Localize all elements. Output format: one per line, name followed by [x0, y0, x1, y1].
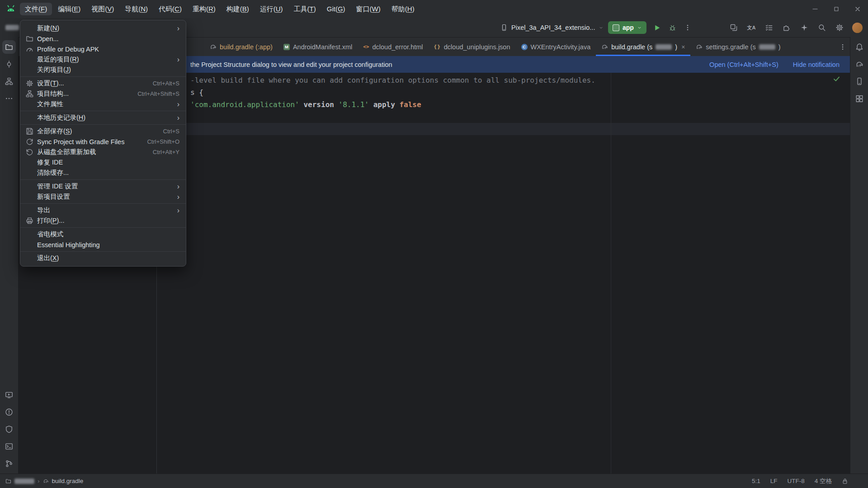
code-line: -level build file where you can add conf…	[190, 74, 595, 86]
tool-stripe-app-quality-insights-button[interactable]	[0, 421, 18, 438]
debug-button[interactable]	[665, 20, 679, 35]
menu-item-icon-slot	[26, 159, 33, 166]
status-indent[interactable]: 4 空格	[815, 477, 832, 485]
tab-androidmanifest-xml[interactable]: MAndroidManifest.xml	[278, 38, 358, 56]
translate-button[interactable]: 文A	[744, 20, 759, 35]
menu-item-manage-ide-settings[interactable]: 管理 IDE 设置›	[20, 181, 186, 192]
tab-label: WXEntryActivity.java	[531, 43, 591, 51]
device-selector[interactable]: Pixel_3a_API_34_extensio...	[496, 21, 608, 34]
tool-stripe-version-control-button[interactable]	[0, 455, 18, 472]
tool-stripe-more-tool-windows-button[interactable]	[0, 90, 18, 107]
tool-stripe-problems-button[interactable]	[0, 404, 18, 421]
tool-stripe-terminal-button[interactable]	[0, 438, 18, 455]
menubar-item-tools[interactable]: 工具(T)	[289, 3, 321, 15]
menubar-item-code[interactable]: 代码(C)	[154, 3, 187, 15]
close-button[interactable]	[847, 0, 868, 18]
menubar-item-edit[interactable]: 编辑(E)	[53, 3, 85, 15]
menu-item-save-all[interactable]: 全部保存(S)Ctrl+S	[20, 126, 186, 136]
menu-item-open[interactable]: Open...	[20, 33, 186, 44]
tab-settings-gradle[interactable]: settings.gradle (s)	[690, 38, 786, 56]
todo-list-button[interactable]	[762, 20, 776, 35]
tool-stripe-commit-button[interactable]	[0, 56, 18, 73]
tab-options-icon[interactable]	[835, 38, 850, 56]
profile-avatar-button[interactable]	[850, 20, 864, 35]
menu-separator	[20, 227, 186, 228]
notifications-icon	[855, 43, 863, 51]
menu-item-exit[interactable]: 退出(X)	[20, 253, 186, 263]
tab-label: settings.gradle (s	[706, 43, 755, 51]
inspections-ok-icon[interactable]	[833, 75, 840, 83]
tab-build-gradle-root[interactable]: build.gradle (s)×	[596, 38, 690, 56]
menu-item-project-structure[interactable]: 项目结构...Ctrl+Alt+Shift+S	[20, 89, 186, 99]
more-actions-button[interactable]	[680, 20, 695, 35]
menu-item-icon-slot	[26, 254, 33, 262]
menubar-item-run[interactable]: 运行(U)	[255, 3, 288, 15]
menu-item-new-project-setup[interactable]: 新项目设置›	[20, 192, 186, 202]
breadcrumb-file[interactable]: build.gradle	[52, 478, 84, 484]
settings-icon	[835, 23, 844, 32]
tool-stripe-gradle-button[interactable]	[851, 56, 868, 73]
user-avatar	[852, 23, 863, 33]
menu-item-export[interactable]: 导出›	[20, 205, 186, 216]
menu-item-label: 设置(T)...	[37, 79, 147, 88]
minimize-button[interactable]	[804, 0, 826, 18]
tab-build-gradle-app[interactable]: build.gradle (:app)	[204, 38, 278, 56]
tool-stripe-running-devices-button[interactable]	[0, 386, 18, 404]
app-quality-insights-icon	[5, 425, 13, 433]
menubar-item-view[interactable]: 视图(V)	[86, 3, 119, 15]
editor[interactable]: -level build file where you can add conf…	[157, 73, 850, 474]
menu-item-icon-slot	[26, 24, 33, 32]
menu-item-reload-from-disk[interactable]: 从磁盘全部重新加载Ctrl+Alt+Y	[20, 147, 186, 157]
menubar-item-window[interactable]: 窗口(W)	[351, 3, 386, 15]
menu-item-print[interactable]: 打印(P)...	[20, 216, 186, 226]
code-line: 'com.android.application' version '8.1.1…	[190, 99, 595, 111]
project-name-redacted	[5, 25, 19, 30]
status-caret-position[interactable]: 5:1	[752, 478, 760, 484]
right-tool-window-stripe	[850, 37, 868, 474]
menu-item-invalidate-caches[interactable]: 清除缓存...	[20, 168, 186, 178]
menu-item-close-project[interactable]: 关闭项目(J)	[20, 65, 186, 75]
run-configuration-chip[interactable]: app	[608, 21, 646, 34]
hide-notification-link[interactable]: Hide notification	[793, 61, 840, 68]
menu-item-sync-gradle[interactable]: Sync Project with Gradle FilesCtrl+Shift…	[20, 136, 186, 147]
layout-inspector-button[interactable]	[726, 20, 741, 35]
menu-item-local-history[interactable]: 本地历史记录(H)›	[20, 113, 186, 123]
menu-item-new[interactable]: 新建(N)›	[20, 23, 186, 33]
tool-stripe-notifications-button[interactable]	[851, 38, 868, 56]
menu-item-settings[interactable]: 设置(T)...Ctrl+Alt+S	[20, 78, 186, 89]
tool-stripe-device-manager-button[interactable]	[851, 73, 868, 90]
tab-dcloud-error-html[interactable]: <>dcloud_error.html	[358, 38, 428, 56]
status-encoding[interactable]: UTF-8	[787, 478, 804, 484]
translate-icon: 文A	[747, 24, 756, 31]
html-file-icon: <>	[363, 44, 369, 50]
read-only-lock-icon[interactable]	[842, 478, 848, 484]
sync-icon	[26, 138, 33, 145]
menubar-item-file[interactable]: 文件(F)	[20, 3, 52, 15]
tab-dcloud-uniplugins-json[interactable]: {}dcloud_uniplugins.json	[429, 38, 516, 56]
close-tab-icon[interactable]: ×	[681, 43, 685, 51]
maximize-button[interactable]	[826, 0, 847, 18]
menu-item-profile-debug-apk[interactable]: Profile or Debug APK	[20, 44, 186, 54]
menubar-item-refactor[interactable]: 重构(R)	[188, 3, 221, 15]
search-everywhere-button[interactable]	[815, 20, 829, 35]
menubar-item-navigate[interactable]: 导航(N)	[120, 3, 153, 15]
menu-item-power-save-mode[interactable]: 省电模式	[20, 229, 186, 239]
tab-wxentryactivity-java[interactable]: CWXEntryActivity.java	[516, 38, 596, 56]
menu-item-recent-projects[interactable]: 最近的项目(R)›	[20, 54, 186, 65]
chevron-down-icon	[599, 25, 604, 30]
tool-stripe-app-inspection-button[interactable]	[851, 90, 868, 107]
menubar-item-git[interactable]: Git(G)	[322, 3, 350, 15]
ai-assistant-button[interactable]	[797, 20, 811, 35]
menu-item-repair-ide[interactable]: 修复 IDE	[20, 157, 186, 168]
menu-item-file-properties[interactable]: 文件属性›	[20, 99, 186, 109]
menu-item-essential-highlighting[interactable]: Essential Highlighting	[20, 239, 186, 250]
plugins-button[interactable]	[779, 20, 794, 35]
settings-button[interactable]	[832, 20, 847, 35]
run-button[interactable]	[650, 20, 664, 35]
status-line-separator[interactable]: LF	[770, 478, 778, 484]
menubar-item-help[interactable]: 帮助(H)	[387, 3, 420, 15]
tool-stripe-structure-button[interactable]	[0, 73, 18, 90]
menubar-item-build[interactable]: 构建(B)	[222, 3, 254, 15]
tool-stripe-project-button[interactable]	[0, 38, 18, 56]
open-project-structure-link[interactable]: Open (Ctrl+Alt+Shift+S)	[709, 61, 778, 68]
